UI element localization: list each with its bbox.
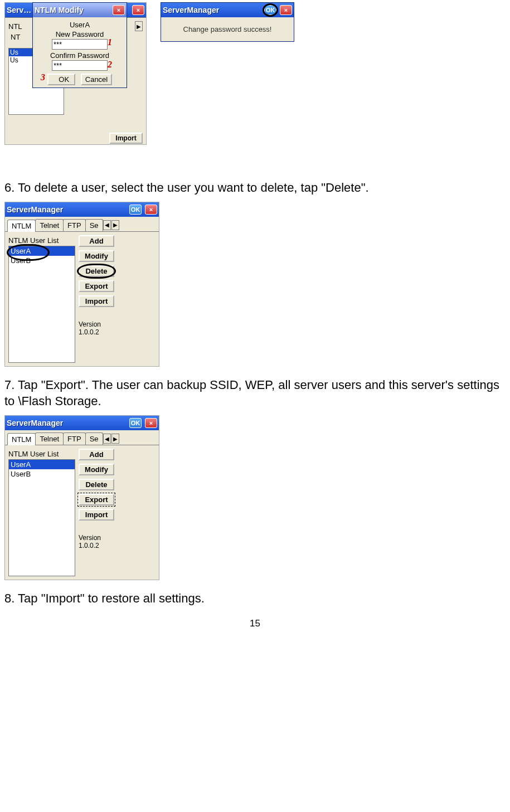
import-button[interactable]: Import: [79, 509, 114, 521]
tab-ftp[interactable]: FTP: [63, 432, 86, 445]
dlg-user-label: UserA: [36, 21, 123, 29]
step7-list-label: NTLM User List: [8, 449, 75, 459]
version-label: Version: [79, 534, 101, 542]
confirm-password-input[interactable]: [52, 60, 108, 71]
version-value: 1.0.0.2: [79, 328, 99, 336]
user-item-userb[interactable]: UserB: [9, 469, 75, 479]
dlg-cancel-button[interactable]: Cancel: [81, 74, 112, 85]
dlg-confirmpw-label: Confirm Password: [36, 51, 123, 60]
popup-message: Change password success!: [161, 17, 294, 41]
dlg-title: NTLM Modify: [35, 6, 109, 14]
delete-button[interactable]: Delete: [79, 265, 114, 277]
win-ok-button[interactable]: OK: [129, 418, 142, 428]
tab-se[interactable]: Se: [85, 219, 103, 231]
close-icon[interactable]: ×: [145, 205, 157, 215]
user-item-usera[interactable]: UserA: [9, 460, 75, 469]
success-popup: ServerManager OK × Change password succe…: [161, 2, 294, 42]
export-button[interactable]: Export: [79, 280, 114, 292]
modify-button[interactable]: Modify: [79, 250, 114, 262]
popup-title: ServerManager: [163, 6, 261, 14]
step7-window: ServerManager OK × NTLM Telnet FTP Se ◀ …: [4, 415, 159, 580]
version-label: Version: [79, 320, 101, 328]
close-icon-2[interactable]: ×: [132, 5, 144, 15]
import-button[interactable]: Import: [79, 295, 114, 307]
new-password-input[interactable]: [52, 39, 108, 50]
step7-title: ServerManager: [7, 419, 126, 427]
user-item-userb[interactable]: UserB: [9, 256, 75, 265]
dlg-ok-button[interactable]: OK: [47, 74, 75, 85]
tab-se[interactable]: Se: [85, 432, 103, 445]
tab-ftp[interactable]: FTP: [63, 219, 86, 231]
tab-telnet[interactable]: Telnet: [35, 219, 64, 231]
tab-scroll-left-icon[interactable]: ◀: [103, 220, 111, 230]
export-button[interactable]: Export: [79, 494, 114, 505]
add-button[interactable]: Add: [79, 449, 114, 460]
close-icon[interactable]: ×: [145, 418, 157, 428]
user-item-usera[interactable]: UserA: [9, 246, 75, 256]
add-button[interactable]: Add: [79, 235, 114, 247]
version-value: 1.0.0.2: [79, 542, 99, 550]
step6-text: 6. To delete a user, select the user you…: [4, 179, 506, 196]
tab-scroll-right-icon[interactable]: ▶: [135, 21, 143, 31]
user-list[interactable]: UserA UserB: [8, 246, 75, 363]
close-icon[interactable]: ×: [113, 5, 125, 15]
import-button-bg[interactable]: Import: [109, 133, 143, 144]
close-icon[interactable]: ×: [280, 5, 292, 15]
modify-button[interactable]: Modify: [79, 464, 114, 475]
win-ok-button[interactable]: OK: [129, 205, 142, 215]
tab-scroll-right-icon[interactable]: ▶: [111, 220, 119, 230]
delete-button[interactable]: Delete: [79, 479, 114, 490]
tab-ntlm[interactable]: NTLM: [7, 433, 36, 445]
tab-scroll-right-icon[interactable]: ▶: [111, 434, 119, 444]
step6-list-label: NTLM User List: [8, 235, 75, 246]
tab-ntlm[interactable]: NTLM: [7, 220, 36, 232]
tab-scroll-left-icon[interactable]: ◀: [103, 434, 111, 444]
step8-text: 8. Tap "Import" to restore all settings.: [4, 590, 506, 607]
popup-ok-button[interactable]: OK: [264, 5, 276, 15]
step7-text: 7. Tap "Export". The user can backup SSI…: [4, 377, 506, 410]
user-list[interactable]: UserA UserB: [8, 459, 75, 576]
anno-3: 3: [41, 72, 45, 82]
ntlm-modify-dialog: NTLM Modify × UserA New Password 1 Confi…: [32, 2, 127, 88]
step6-title: ServerManager: [7, 205, 126, 214]
anno-1: 1: [108, 37, 112, 47]
tab-telnet[interactable]: Telnet: [35, 432, 64, 445]
page-number: 15: [4, 618, 506, 629]
step6-window: ServerManager OK × NTLM Telnet FTP Se ◀ …: [4, 202, 159, 367]
anno-2: 2: [108, 60, 112, 70]
